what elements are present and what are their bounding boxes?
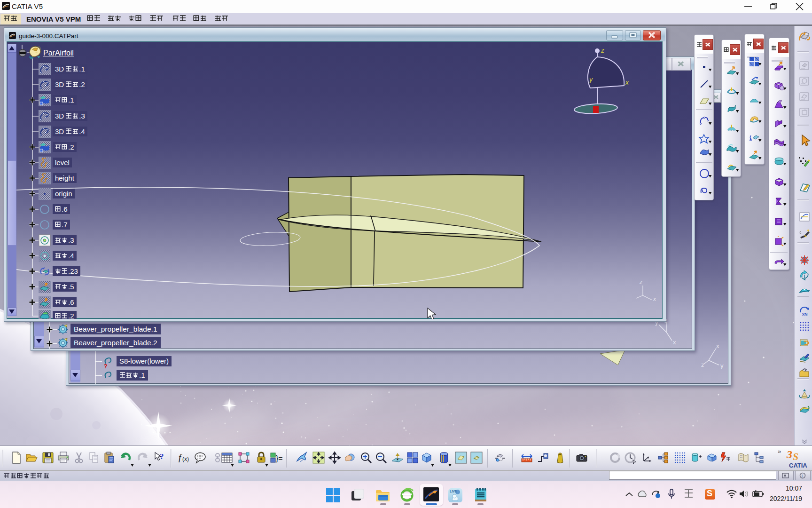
svg-text:x: x [673, 339, 676, 344]
svg-text:x: x [716, 342, 719, 349]
svg-text:i: i [802, 474, 803, 478]
svg-text:S: S [793, 451, 798, 462]
svg-text:(x): (x) [182, 456, 189, 462]
svg-text:y: y [720, 362, 724, 369]
svg-text:z: z [701, 361, 704, 368]
svg-text:}=: }= [276, 454, 283, 462]
svg-text:CATIA: CATIA [789, 462, 807, 469]
svg-text:f: f [179, 452, 182, 462]
svg-text:xN: xN [802, 312, 808, 317]
svg-text:?: ? [160, 452, 164, 461]
svg-text:3: 3 [786, 448, 792, 460]
